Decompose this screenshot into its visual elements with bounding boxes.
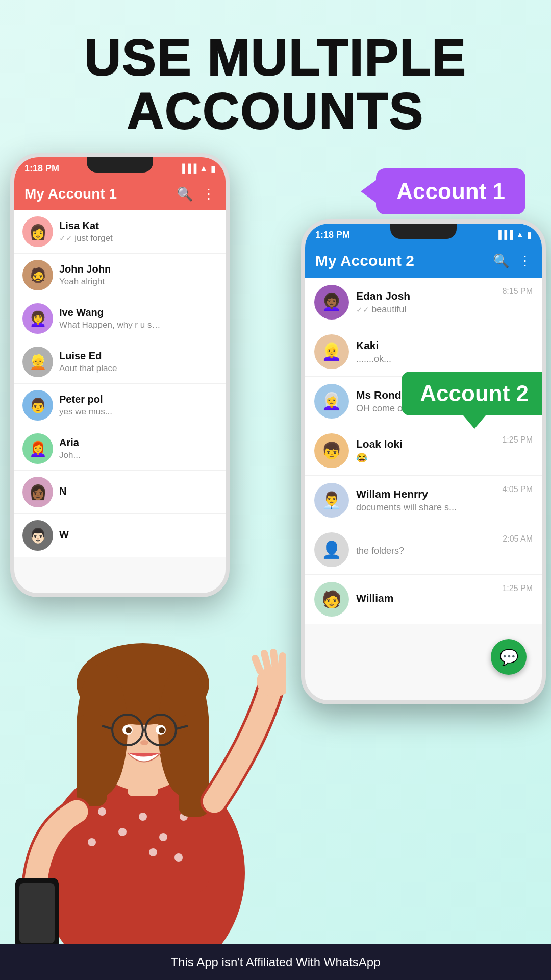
avatar-rondain: 👩‍🦳 [314,384,349,419]
chat-item-kaki[interactable]: 👱‍♀️ Kaki .......ok... [305,327,542,377]
chat-info-anon: the folders? [356,544,495,556]
wifi-icon2: ▲ [516,230,524,239]
footer: This App isn't Affiliated With WhatsApp [0,944,551,980]
phone1-header-icons: 🔍 ⋮ [177,186,215,202]
phone2-status-icons: ▐▐▐ ▲ ▮ [495,230,532,240]
chat-item-willam[interactable]: 👨‍💼 Willam Henrry documents will share s… [305,476,542,525]
avatar-edan: 👩🏾‍🦱 [314,285,349,320]
battery-icon: ▮ [211,164,215,174]
search-icon2[interactable]: 🔍 [493,253,509,269]
avatar-john: 🧔 [22,260,53,290]
chat-item-anon[interactable]: 👤 the folders? 2:05 AM [305,525,542,575]
footer-text: This App isn't Affiliated With WhatsApp [171,955,381,969]
avatar-lisa: 👩 [22,216,53,247]
signal-icon: ▐▐▐ [179,164,196,173]
svg-point-3 [118,828,127,836]
svg-point-9 [174,853,183,862]
avatar-willam: 👨‍💼 [314,483,349,518]
menu-icon2[interactable]: ⋮ [518,253,532,269]
avatar-aria: 👩‍🦰 [22,433,53,464]
account2-label-text: Account 2 [420,381,529,406]
chat-info-luise: Luise Ed Aout that place [59,350,217,374]
chat-item-luise[interactable]: 👱 Luise Ed Aout that place [14,340,226,384]
chat-info-loak: Loak loki 😂 [356,438,495,463]
girl-figure [0,485,286,944]
svg-line-31 [264,653,268,668]
menu-icon[interactable]: ⋮ [202,186,215,202]
svg-rect-15 [77,715,107,806]
search-icon[interactable]: 🔍 [177,186,193,202]
account1-label-text: Account 1 [396,179,505,204]
svg-point-4 [139,813,147,821]
chat-item-ive[interactable]: 👩‍🦱 Ive Wang What Happen, why r u so... [14,297,226,340]
phone2: 1:18 PM ▐▐▐ ▲ ▮ My Account 2 🔍 ⋮ 👩🏾‍🦱 [301,219,546,704]
svg-point-7 [88,838,96,846]
svg-point-25 [159,727,165,733]
signal-icon2: ▐▐▐ [495,230,513,239]
header: USE MULTIPLE ACCOUNTS [0,0,551,158]
phone2-account-name: My Account 2 [315,252,414,270]
chat-item-edan[interactable]: 👩🏾‍🦱 Edan Josh ✓✓ beautiful 8:15 PM [305,278,542,327]
avatar-william: 🧑 [314,582,349,617]
chat-info-kaki: Kaki .......ok... [356,339,525,364]
phone2-header: My Account 2 🔍 ⋮ [305,246,542,278]
avatar-loak: 👦 [314,433,349,468]
chat-info-ive: Ive Wang What Happen, why r u so... [59,307,217,330]
chat-info-lisa: Lisa Kat ✓✓ just forget [59,220,217,243]
compose-icon: 💬 [499,648,518,666]
notch2 [390,224,457,239]
svg-point-26 [140,740,148,745]
chat-info-edan: Edan Josh ✓✓ beautiful [356,290,495,315]
avatar-peter: 👨 [22,390,53,421]
girl-svg [0,485,286,944]
chat-item-aria[interactable]: 👩‍🦰 Aria Joh... [14,427,226,471]
battery-icon2: ▮ [527,230,532,240]
chat-item-loak[interactable]: 👦 Loak loki 😂 1:25 PM [305,426,542,476]
svg-point-8 [149,848,157,856]
svg-point-2 [98,807,106,816]
svg-rect-28 [19,883,55,943]
phone1-header: My Account 1 🔍 ⋮ [14,180,226,210]
svg-line-32 [273,652,276,668]
chat-item-peter[interactable]: 👨 Peter pol yes we mus... [14,384,226,427]
avatar-kaki: 👱‍♀️ [314,334,349,369]
phone2-chat-list: 👩🏾‍🦱 Edan Josh ✓✓ beautiful 8:15 PM 👱‍♀️… [305,278,542,624]
phone1-time: 1:18 PM [24,163,59,174]
account1-label: Account 1 [376,168,525,214]
chat-info-aria: Aria Joh... [59,437,217,460]
chat-info-john: John John Yeah alright [59,263,217,287]
main-title: USE MULTIPLE ACCOUNTS [31,31,520,138]
chat-info-peter: Peter pol yes we mus... [59,394,217,417]
chat-info-willam: Willam Henrry documents will share s... [356,488,495,513]
phone2-header-icons: 🔍 ⋮ [493,253,532,269]
compose-fab-button[interactable]: 💬 [491,639,527,675]
svg-point-5 [159,833,167,841]
account1-arrow [361,180,376,203]
account2-label: Account 2 [402,372,546,415]
phone2-time: 1:18 PM [315,230,350,240]
chat-item-lisa[interactable]: 👩 Lisa Kat ✓✓ just forget [14,210,226,254]
phone1-account-name: My Account 1 [24,186,117,202]
avatar-ive: 👩‍🦱 [22,303,53,334]
svg-line-30 [255,658,260,671]
notch1 [87,157,153,173]
phone1-status-icons: ▐▐▐ ▲ ▮ [179,164,215,174]
avatar-luise: 👱 [22,347,53,377]
chat-item-william[interactable]: 🧑 William 1:25 PM [305,575,542,624]
avatar-anon: 👤 [314,532,349,567]
chat-info-william: William [356,592,495,606]
chat-item-john[interactable]: 🧔 John John Yeah alright [14,254,226,297]
wifi-icon: ▲ [199,164,208,173]
svg-point-24 [126,727,132,733]
account2-arrow [463,415,486,429]
account1-label-container: Account 1 [376,168,525,214]
